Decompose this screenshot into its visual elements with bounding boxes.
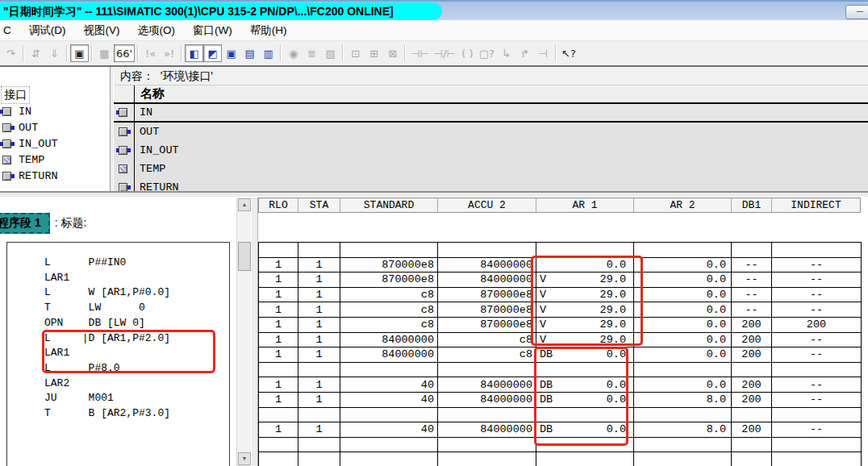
tree-item-in[interactable]: IN <box>0 103 110 119</box>
cascade-windows-icon[interactable]: ▣ <box>222 44 240 62</box>
connector-icon <box>0 139 15 149</box>
connector-icon <box>116 182 131 191</box>
connector-icon <box>0 123 15 133</box>
menu-view[interactable]: 视图(V) <box>75 21 129 40</box>
program-elements-icon[interactable]: ▣ <box>70 44 89 62</box>
network-title-label: : 标题: <box>55 216 87 231</box>
code-line: T B [AR2,P#3.0] <box>44 406 229 422</box>
register-row <box>259 452 862 466</box>
connector-icon <box>0 106 15 117</box>
menu-window[interactable]: 窗口(W) <box>184 21 241 40</box>
redo-icon[interactable]: ↷ <box>2 44 20 62</box>
minimize-button[interactable]: ─ <box>845 5 868 19</box>
help-select-icon[interactable]: ↖? <box>559 44 578 62</box>
col-header-ar1: AR 1 <box>536 198 634 212</box>
scroll-up-icon[interactable]: ▲ <box>238 198 251 211</box>
connector-icon <box>0 155 15 165</box>
contact-nc-icon[interactable]: ⊣/⊢ <box>432 44 458 62</box>
menu-bar: C 调试(D) 视图(V) 选项(O) 窗口(W) 帮助(H) <box>0 20 868 41</box>
bottom-area: 程序段 1 : 标题: L P##IN0 LAR1 L W [AR1,P#0.0… <box>0 198 868 466</box>
menu-plc[interactable]: C <box>0 22 20 39</box>
network-header: 程序段 1 : 标题: <box>0 213 86 234</box>
goto-next-error-icon[interactable]: »! <box>160 44 178 62</box>
goto-prev-error-icon[interactable]: !« <box>141 44 160 62</box>
symbol-format-icon[interactable]: ⊠ <box>383 44 402 62</box>
highlight-box-ar1-lower <box>534 347 628 446</box>
tree-root-interface[interactable]: 接口 <box>1 86 30 104</box>
tile-horizontal-icon[interactable]: ▤ <box>240 44 259 62</box>
col-header-standard: STANDARD <box>340 198 438 212</box>
connector-icon <box>116 107 131 118</box>
decl-row-in[interactable]: IN <box>114 104 868 123</box>
highlight-box-ar1-upper <box>531 256 643 346</box>
code-scrollbar[interactable]: ▲ ▼ <box>236 198 251 466</box>
col-header-rlo: RLO <box>259 198 298 212</box>
col-header-sta: STA <box>298 198 340 212</box>
decl-row-out[interactable]: OUT <box>114 123 868 141</box>
col-header-indirect: INDIRECT <box>772 198 860 212</box>
scrollbar-thumb[interactable] <box>238 242 251 271</box>
clear-breakpoints-icon[interactable]: ▨ <box>321 44 340 62</box>
register-table-header: RLO STA STANDARD ACCU 2 AR 1 AR 2 DB1 IN… <box>258 198 861 213</box>
title-bar: "日期时间学习" -- 111\SIMATIC 300(1)\CPU 315-2… <box>0 0 868 20</box>
step7-editor-window: "日期时间学习" -- 111\SIMATIC 300(1)\CPU 315-2… <box>0 0 868 466</box>
call-path-icon[interactable]: ⇵ <box>27 44 45 62</box>
coil-icon[interactable]: ( ) <box>458 44 477 62</box>
connector-icon <box>116 127 131 137</box>
set-breakpoint-icon[interactable]: ◉ <box>284 44 303 62</box>
highlight-box-code <box>42 330 215 373</box>
menu-help[interactable]: 帮助(H) <box>241 21 296 40</box>
code-line: OPN DB [LW 0] <box>44 316 229 331</box>
overview-window-icon[interactable]: ◧ <box>185 44 203 62</box>
icon-column-header <box>114 85 135 102</box>
toolbar: ↷ ⇵ ⇓ ▣ ▦ 66' !« »! ◧ ◩ ▣ <box>0 41 868 67</box>
tile-vertical-icon[interactable]: ▥ <box>259 44 278 62</box>
connector-icon <box>116 145 131 156</box>
connector-icon <box>116 164 131 174</box>
branch-icon[interactable]: ⊣ <box>534 44 553 62</box>
close-branch-icon[interactable]: ↱ <box>515 44 534 62</box>
network-label[interactable]: 程序段 1 <box>0 213 50 234</box>
decl-row-return[interactable]: RETURN <box>114 178 868 191</box>
bottom-panel-splitter[interactable] <box>251 198 258 466</box>
col-header-accu2: ACCU 2 <box>438 198 536 212</box>
content-path-label: 内容： '环境\接口' <box>114 67 868 85</box>
name-column-header: 名称 <box>114 85 868 104</box>
declaration-area: 接口 IN OUT IN_OUT <box>0 67 868 191</box>
contact-no-icon[interactable]: ⊣⊢ <box>408 44 432 62</box>
monitor-glasses-icon[interactable]: 66' <box>114 44 135 62</box>
open-branch-icon[interactable]: ↳ <box>497 44 515 62</box>
operand-format-icon[interactable]: ⊡ <box>346 44 365 62</box>
declaration-table: 内容： '环境\接口' 名称 IN OUT <box>114 67 868 191</box>
register-status-table: RLO STA STANDARD ACCU 2 AR 1 AR 2 DB1 IN… <box>258 198 863 466</box>
code-line: LAR2 <box>44 377 229 392</box>
interface-tree: 接口 IN OUT IN_OUT <box>0 67 110 191</box>
code-line: LAR1 <box>44 271 229 286</box>
tree-item-return[interactable]: RETURN <box>0 168 110 184</box>
status-setup-icon[interactable]: ▦ <box>95 44 114 62</box>
empty-box-icon[interactable]: ▢? <box>477 44 497 62</box>
breakpoints-active-icon[interactable]: ≣ <box>303 44 321 62</box>
panel-splitter-horizontal[interactable] <box>0 191 868 198</box>
tree-item-out[interactable]: OUT <box>0 119 110 135</box>
window-title: "日期时间学习" -- 111\SIMATIC 300(1)\CPU 315-2… <box>0 2 442 20</box>
code-line: T LW 0 <box>44 301 229 316</box>
detail-window-icon[interactable]: ◩ <box>203 44 222 62</box>
stl-editor: 程序段 1 : 标题: L P##IN0 LAR1 L W [AR1,P#0.0… <box>0 198 236 466</box>
download-icon[interactable]: ⇓ <box>45 44 64 62</box>
tree-item-in-out[interactable]: IN_OUT <box>0 135 110 152</box>
code-line: L P##IN0 <box>44 256 229 271</box>
connector-icon <box>0 171 15 181</box>
menu-options[interactable]: 选项(O) <box>129 21 185 40</box>
decl-row-in-out[interactable]: IN_OUT <box>114 141 868 160</box>
scroll-down-icon[interactable]: ▼ <box>238 452 251 465</box>
code-line: L W [AR1,P#0.0] <box>44 285 229 301</box>
col-header-ar2: AR 2 <box>634 198 732 212</box>
tree-item-temp[interactable]: TEMP <box>0 152 110 168</box>
decl-row-temp[interactable]: TEMP <box>114 160 868 178</box>
block-format-icon[interactable]: ⊞ <box>365 44 383 62</box>
menu-debug[interactable]: 调试(D) <box>20 21 75 40</box>
code-line: JU M001 <box>44 391 229 406</box>
col-header-db1: DB1 <box>732 198 772 212</box>
